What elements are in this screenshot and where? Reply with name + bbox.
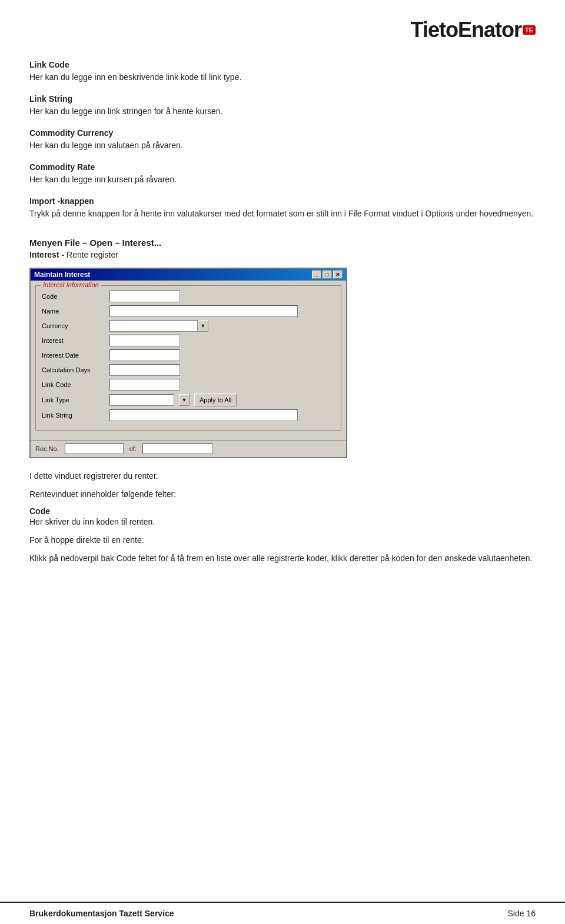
form-row-name: Name [42, 305, 335, 317]
restore-button[interactable]: □ [323, 271, 332, 279]
label-name: Name [42, 308, 109, 315]
label-currency: Currency [42, 322, 109, 329]
input-currency[interactable] [109, 320, 198, 332]
desc-section-rentevinduet: Rentevinduet inneholder følgende felter: [29, 488, 536, 501]
desc-section-code-field: Code Her skriver du inn koden til renten… [29, 506, 536, 528]
logo-text: TietoEnator [411, 18, 521, 42]
logo-badge: TE [523, 25, 536, 35]
label-interest: Interest [42, 337, 109, 344]
desc-title-code: Code [29, 506, 536, 516]
close-button[interactable]: ✕ [333, 271, 343, 279]
apply-to-all-button[interactable]: Apply to All [194, 393, 237, 406]
interest-label-value: Rente register [67, 250, 118, 259]
section-body-link-string: Her kan du legge inn link stringen for å… [29, 105, 536, 118]
desc-body-code: Her skriver du inn koden til renten. [29, 516, 536, 528]
label-link-code: Link Code [42, 381, 109, 388]
label-link-type: Link Type [42, 396, 109, 403]
input-interest[interactable] [109, 335, 180, 346]
currency-select-wrapper: ▼ [109, 320, 208, 332]
of-input[interactable] [142, 443, 213, 454]
desc-body-dette-vinduet: I dette vinduet registrerer du renter. [29, 470, 536, 482]
link-type-row: ▼ Apply to All [109, 393, 237, 406]
dialog-titlebar: Maintain Interest _ □ ✕ [31, 269, 346, 281]
dialog-titlebar-buttons: _ □ ✕ [312, 271, 343, 279]
section-title-commodity-rate: Commodity Rate [29, 162, 536, 172]
dialog-maintain-interest: Maintain Interest _ □ ✕ Interest Informa… [29, 268, 347, 458]
section-body-commodity-rate: Her kan du legge inn kursen på råvaren. [29, 174, 536, 186]
form-row-link-type: Link Type ▼ Apply to All [42, 393, 335, 406]
form-row-interest: Interest [42, 335, 335, 346]
desc-body-for-aa-hoppe: For å hoppe direkte til en rente: [29, 534, 536, 546]
section-title-link-string: Link String [29, 94, 536, 104]
logo: TietoEnator TE [411, 18, 536, 42]
input-link-type[interactable] [109, 394, 174, 406]
footer-left: Brukerdokumentasjon Tazett Service [29, 909, 174, 918]
form-row-link-code: Link Code [42, 379, 335, 391]
interest-label-prefix: Interest - [29, 250, 67, 259]
dialog-title: Maintain Interest [34, 271, 90, 279]
logo-tieto: Tieto [411, 18, 458, 42]
label-interest-date: Interest Date [42, 352, 109, 359]
interest-label: Interest - Rente register [29, 250, 536, 259]
menu-heading: Menyen File – Open – Interest... [29, 238, 536, 248]
input-calculation-days[interactable] [109, 364, 180, 376]
form-row-interest-date: Interest Date [42, 349, 335, 361]
page-footer: Brukerdokumentasjon Tazett Service Side … [0, 902, 565, 924]
desc-body-klikk-desc: Klikk på nedoverpil bak Code feltet for … [29, 552, 536, 565]
section-title-link-code: Link Code [29, 60, 536, 69]
of-label: of: [129, 445, 137, 452]
dialog-footer: Rec.No. of: [31, 440, 346, 457]
group-box-title: Interest Information [41, 281, 101, 288]
footer-right: Side 16 [508, 909, 536, 918]
form-row-currency: Currency ▼ [42, 320, 335, 332]
desc-section-for-aa-hoppe: For å hoppe direkte til en rente: [29, 534, 536, 546]
dialog-content: Interest Information Code Name Currency [31, 281, 346, 440]
section-title-commodity-currency: Commodity Currency [29, 128, 536, 138]
input-code[interactable] [109, 291, 180, 302]
section-commodity-currency: Commodity Currency Her kan du legge inn … [29, 128, 536, 152]
input-link-string[interactable] [109, 409, 298, 421]
minimize-button[interactable]: _ [312, 271, 321, 279]
label-code: Code [42, 293, 109, 300]
desc-body-rentevinduet: Rentevinduet inneholder følgende felter: [29, 488, 536, 501]
group-box-interest-info: Interest Information Code Name Currency [35, 285, 341, 431]
section-body-link-code: Her kan du legge inn en beskrivende link… [29, 71, 536, 84]
label-link-string: Link String [42, 412, 109, 419]
rec-no-input[interactable] [65, 443, 124, 454]
link-type-dropdown-button[interactable]: ▼ [179, 394, 190, 406]
input-interest-date[interactable] [109, 349, 180, 361]
section-import-knappen: Import -knappen Trykk på denne knappen f… [29, 196, 536, 220]
input-link-code[interactable] [109, 379, 180, 391]
section-link-string: Link String Her kan du legge inn link st… [29, 94, 536, 118]
page-header: TietoEnator TE [29, 18, 536, 42]
section-body-import-knappen: Trykk på denne knappen for å hente inn v… [29, 208, 536, 220]
rec-no-label: Rec.No. [35, 445, 59, 452]
desc-section-klikk-desc: Klikk på nedoverpil bak Code feltet for … [29, 552, 536, 565]
currency-dropdown-button[interactable]: ▼ [198, 320, 208, 332]
section-link-code: Link Code Her kan du legge inn en beskri… [29, 60, 536, 84]
form-row-calculation-days: Calculation Days [42, 364, 335, 376]
label-calculation-days: Calculation Days [42, 366, 109, 373]
logo-enator: Enator [458, 18, 521, 42]
form-row-link-string: Link String [42, 409, 335, 421]
form-row-code: Code [42, 291, 335, 302]
section-title-import-knappen: Import -knappen [29, 196, 536, 206]
desc-section-dette-vinduet: I dette vinduet registrerer du renter. [29, 470, 536, 482]
section-commodity-rate: Commodity Rate Her kan du legge inn kurs… [29, 162, 536, 186]
section-body-commodity-currency: Her kan du legge inn valutaen på råvaren… [29, 139, 536, 152]
input-name[interactable] [109, 305, 298, 317]
